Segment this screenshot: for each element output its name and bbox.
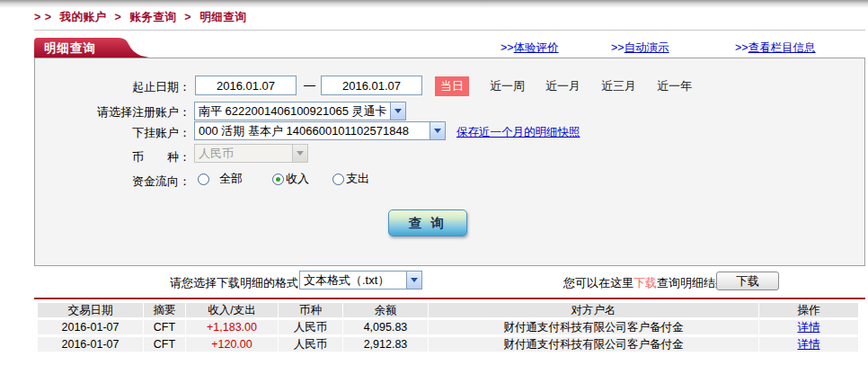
dropdown-arrow-icon (292, 145, 307, 162)
radio-option-all[interactable]: 全部 (198, 171, 243, 187)
radio-option-expense[interactable]: 支出 (332, 171, 369, 187)
breadcrumb-separator: > (115, 11, 122, 23)
table-row: 2016-01-07 CFT +120.00 人民币 2,912.83 财付通支… (38, 337, 858, 352)
cell-currency: 人民币 (279, 320, 343, 334)
cell-currency: 人民币 (279, 337, 343, 352)
header-summary: 摘要 (144, 303, 186, 317)
currency-select: 人民币 (194, 144, 308, 163)
link-auto-demo[interactable]: >>自动演示 (611, 40, 669, 56)
sub-account-label: 下挂账户： (35, 125, 190, 141)
detail-link[interactable]: 详情 (798, 338, 820, 351)
end-date-input[interactable] (321, 76, 422, 95)
quick-link-last-year[interactable]: 近一年 (657, 78, 692, 94)
header-counterparty: 对方户名 (429, 303, 759, 317)
link-label: 查看栏目信息 (748, 41, 816, 54)
currency-value: 人民币 (195, 145, 292, 162)
cell-summary: CFT (144, 337, 186, 352)
link-prefix: >> (735, 41, 748, 54)
breadcrumb-item-detail-query[interactable]: 明细查询 (199, 11, 246, 23)
quick-link-last-month[interactable]: 近一月 (545, 78, 580, 94)
save-monthly-snapshot-link[interactable]: 保存近一个月的明细快照 (456, 125, 580, 140)
radio-all-icon[interactable] (198, 174, 209, 185)
table-top-divider (34, 298, 865, 299)
breadcrumb: > > 我的账户 > 账务查询 > 明细查询 (34, 10, 251, 25)
breadcrumb-prefix: > > (34, 11, 52, 23)
table-header-row: 交易日期 摘要 收入/支出 币种 余额 对方户名 操作 (38, 303, 858, 317)
header-currency: 币种 (279, 303, 343, 317)
top-shadow-strip (0, 0, 868, 8)
radio-all-label[interactable]: 全部 (219, 171, 243, 187)
register-account-select[interactable]: 南平 6222001406100921065 灵通卡 (194, 102, 406, 120)
date-quick-links: 当日 近一周 近一月 近三月 近一年 (435, 76, 692, 96)
query-form-panel: 起止日期： — 当日 近一周 近一月 近三月 近一年 请选择注册账户： 南平 6… (34, 58, 865, 266)
date-range-separator: — (304, 78, 315, 92)
fund-direction-group: 全部 收入 支出 (198, 171, 369, 187)
cell-counterparty: 财付通支付科技有限公司客户备付金 (429, 337, 759, 352)
dropdown-arrow-icon (430, 122, 445, 139)
quick-link-last-quarter[interactable]: 近三月 (601, 78, 636, 94)
download-format-select[interactable]: 文本格式（.txt） (299, 271, 422, 289)
quick-link-last-week[interactable]: 近一周 (490, 78, 525, 94)
link-label: 体验评价 (514, 41, 559, 54)
tab-detail-query[interactable]: 明细查询 (34, 38, 153, 58)
currency-label: 币 种： (35, 149, 190, 165)
breadcrumb-separator: > (184, 11, 191, 23)
dropdown-arrow-icon (406, 272, 421, 289)
cell-counterparty: 财付通支付科技有限公司客户备付金 (429, 320, 759, 334)
header-action: 操作 (759, 303, 858, 317)
cell-amount: +1,183.00 (186, 320, 279, 334)
query-button[interactable]: 查 询 (388, 209, 467, 236)
transaction-table: 交易日期 摘要 收入/支出 币种 余额 对方户名 操作 2016-01-07 C… (38, 303, 858, 354)
link-prefix: >> (500, 41, 514, 54)
cell-balance: 4,095.83 (343, 320, 429, 334)
download-format-value: 文本格式（.txt） (300, 272, 406, 289)
sub-account-select[interactable]: 000 活期 基本户 1406600101102571848 (194, 121, 446, 140)
breadcrumb-item-account-query[interactable]: 账务查询 (129, 11, 176, 23)
link-experience-review[interactable]: >>体验评价 (500, 40, 559, 56)
download-button[interactable]: 下载 (716, 272, 779, 290)
header-date: 交易日期 (38, 303, 144, 317)
start-date-input[interactable] (195, 76, 297, 95)
quick-link-today[interactable]: 当日 (435, 76, 469, 96)
radio-expense-icon[interactable] (332, 174, 344, 185)
link-prefix: >> (611, 41, 624, 54)
register-account-value: 南平 6222001406100921065 灵通卡 (195, 102, 390, 120)
breadcrumb-divider (34, 30, 865, 31)
download-format-label: 请您选择下载明细的格式 (135, 275, 298, 291)
detail-link[interactable]: 详情 (798, 321, 820, 334)
link-label: 自动演示 (624, 41, 669, 54)
cell-date: 2016-01-07 (38, 320, 144, 334)
cell-balance: 2,912.83 (343, 337, 429, 352)
download-hint: 您可以在这里下载查询明细结果 (563, 275, 727, 291)
tab-label: 明细查询 (44, 40, 96, 57)
radio-expense-label[interactable]: 支出 (346, 171, 369, 187)
date-range-label: 起止日期： (35, 79, 190, 95)
sub-account-value: 000 活期 基本户 1406600101102571848 (195, 122, 430, 139)
download-hint-link[interactable]: 下载 (633, 276, 657, 289)
cell-amount: +120.00 (186, 337, 279, 352)
header-balance: 余额 (343, 303, 429, 317)
cell-date: 2016-01-07 (38, 337, 144, 352)
download-hint-prefix: 您可以在这里 (563, 276, 633, 289)
radio-income-icon[interactable] (272, 174, 284, 185)
link-view-column-info[interactable]: >>查看栏目信息 (735, 40, 816, 56)
cell-summary: CFT (144, 320, 186, 334)
radio-option-income[interactable]: 收入 (272, 171, 309, 187)
fund-direction-label: 资金流向： (35, 174, 190, 190)
radio-income-label[interactable]: 收入 (286, 171, 309, 187)
breadcrumb-item-my-account[interactable]: 我的账户 (60, 11, 107, 23)
dropdown-arrow-icon (390, 102, 405, 120)
header-amount: 收入/支出 (186, 303, 279, 317)
register-account-label: 请选择注册账户： (35, 104, 190, 120)
page: > > 我的账户 > 账务查询 > 明细查询 明细查询 >>体验评价 >>自动演… (0, 0, 868, 383)
table-row: 2016-01-07 CFT +1,183.00 人民币 4,095.83 财付… (38, 320, 858, 334)
